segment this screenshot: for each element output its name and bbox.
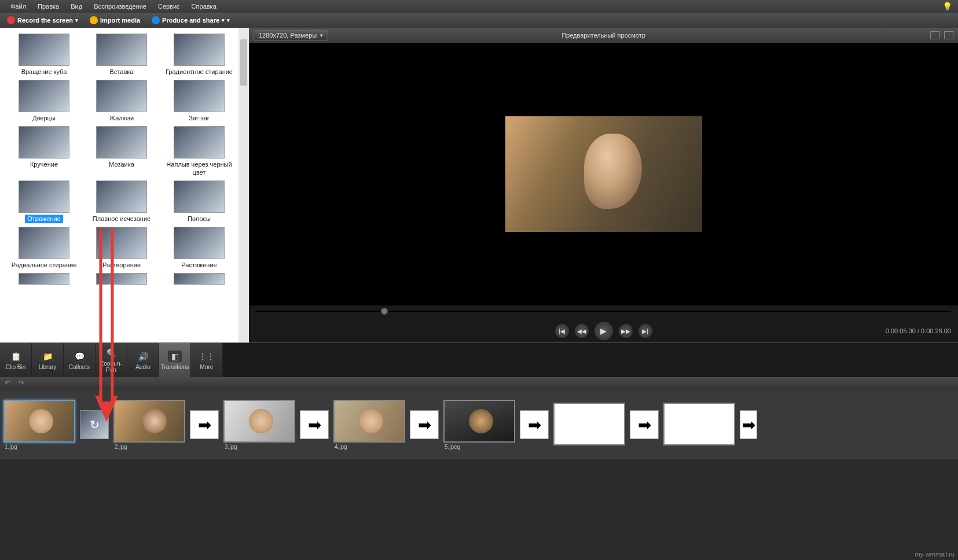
menu-file[interactable]: Файл — [5, 2, 32, 11]
scrollbar[interactable] — [238, 28, 249, 342]
timeline-clip[interactable]: 5.jpeg — [443, 400, 515, 450]
transition-label: Кручение — [28, 160, 60, 169]
import-media-button[interactable]: Import media — [85, 15, 145, 25]
menu-edit[interactable]: Правка — [32, 2, 65, 11]
detach-icon[interactable] — [944, 31, 953, 39]
transition-label: Мозаика — [107, 160, 137, 169]
timeline-clip[interactable]: 3.jpg — [223, 400, 295, 450]
seekbar-handle[interactable] — [381, 308, 388, 315]
preview-toolbar: 1280x720, Размеры ▾ Предварительный прос… — [249, 28, 958, 43]
forward-button[interactable]: ▶▶ — [619, 324, 633, 338]
transition-thumb — [19, 273, 69, 285]
main-toolbar: Record the screen ▾ Import media Produce… — [0, 13, 958, 28]
tool-tab-label: Audio — [135, 364, 151, 370]
folder-icon — [90, 16, 98, 24]
menu-service[interactable]: Сервис — [152, 2, 186, 11]
record-icon — [7, 16, 15, 24]
transition-item[interactable]: Растяжение — [161, 227, 237, 270]
redo-icon[interactable]: ↷ — [19, 379, 28, 388]
transition-item[interactable]: Вставка — [83, 34, 160, 76]
menubar: Файл Правка Вид Воспроизведение Сервис С… — [0, 0, 958, 13]
clip-thumb — [223, 400, 295, 443]
tool-tab-more[interactable]: ⋮⋮More — [191, 343, 223, 377]
play-button[interactable]: ▶ — [594, 322, 613, 340]
resolution-label: 1280x720, Размеры — [259, 32, 317, 39]
clip-bin-icon: 📋 — [9, 351, 23, 362]
fullscreen-icon[interactable] — [930, 31, 939, 39]
transition-slot[interactable]: ➡ — [410, 410, 439, 439]
bulb-icon[interactable]: 💡 — [942, 2, 952, 11]
menu-view[interactable]: Вид — [65, 2, 88, 11]
transition-slot[interactable]: ➡ — [740, 410, 757, 439]
transition-label: Плавное исчезание — [90, 215, 153, 223]
transition-item[interactable] — [83, 273, 160, 285]
transition-item[interactable]: Мозаика — [83, 126, 160, 176]
transition-item[interactable]: Дверцы — [6, 80, 82, 123]
transition-thumb — [19, 34, 69, 66]
menu-playback[interactable]: Воспроизведение — [88, 2, 152, 11]
tool-tab-clip-bin[interactable]: 📋Clip Bin — [0, 343, 32, 377]
transition-item[interactable]: Градиентное стирание — [161, 34, 237, 76]
clip-thumb — [3, 400, 75, 443]
transition-slot[interactable]: ➡ — [630, 410, 659, 439]
total-time: 0:00:28.00 — [921, 327, 951, 334]
preview-seekbar[interactable] — [256, 305, 951, 317]
transition-item[interactable]: Полосы — [161, 180, 237, 223]
transition-label: Вставка — [108, 68, 136, 76]
resolution-dropdown[interactable]: 1280x720, Размеры ▾ — [254, 30, 328, 40]
timeline-clip[interactable]: 2.jpg — [113, 400, 185, 450]
prev-clip-button[interactable]: |◀ — [555, 324, 569, 338]
transition-slot[interactable]: ➡ — [190, 410, 219, 439]
transition-thumb — [19, 180, 69, 213]
transition-item[interactable]: Жалюзи — [83, 80, 160, 123]
timeline: 1.jpg2.jpg➡3.jpg➡4.jpg➡5.jpeg➡➡➡ — [0, 390, 958, 459]
tool-tabs-filler — [223, 343, 958, 377]
transition-item[interactable]: Растворение — [83, 227, 160, 270]
timeline-clip[interactable]: 4.jpg — [333, 400, 405, 450]
undo-icon[interactable]: ↶ — [5, 379, 14, 388]
tool-tab-transitions[interactable]: ◧Transitions — [159, 343, 191, 377]
transition-item[interactable]: Вращение куба — [6, 34, 82, 76]
transition-item[interactable]: Плавное исчезание — [83, 180, 160, 223]
library-icon: 📁 — [41, 351, 54, 362]
transition-slot[interactable]: ➡ — [300, 410, 329, 439]
transition-label: Вращение куба — [19, 68, 69, 76]
transition-slot[interactable]: ➡ — [520, 410, 549, 439]
rewind-button[interactable]: ◀◀ — [575, 324, 589, 338]
zoom-n-pan-icon: 🔍 — [104, 347, 118, 359]
tool-tab-callouts[interactable]: 💬Callouts — [64, 343, 96, 377]
transition-item[interactable]: Кручение — [6, 126, 82, 176]
timeline-clip[interactable]: 1.jpg — [3, 400, 75, 450]
transition-label: Растворение — [100, 261, 143, 270]
timeline-clip[interactable] — [553, 403, 625, 447]
clip-label: 4.jpg — [333, 444, 405, 450]
tool-tabs: 📋Clip Bin📁Library💬Callouts🔍Zoom-n-Pan🔊Au… — [0, 342, 958, 377]
chevron-down-icon: ▾ — [222, 17, 225, 23]
transition-item[interactable] — [6, 273, 82, 285]
transition-thumb — [174, 180, 225, 213]
transition-thumb — [174, 80, 225, 112]
transition-item[interactable]: Наплыв через черный цвет — [161, 126, 237, 176]
menu-help[interactable]: Справка — [186, 2, 222, 11]
transition-item[interactable]: Зиг-заг — [161, 80, 237, 123]
record-screen-button[interactable]: Record the screen ▾ — [2, 15, 83, 25]
clip-thumb — [443, 400, 515, 443]
tool-tab-zoom-n-pan[interactable]: 🔍Zoom-n-Pan — [96, 343, 127, 377]
transition-thumb — [96, 273, 147, 285]
main-area: Вращение кубаВставкаГрадиентное стирание… — [0, 28, 958, 342]
transition-item[interactable]: Радиальное стирание — [6, 227, 82, 270]
tool-tab-label: More — [200, 364, 214, 370]
tool-tab-library[interactable]: 📁Library — [32, 343, 64, 377]
preview-title: Предварительный просмотр — [561, 32, 645, 39]
clip-label: 1.jpg — [3, 444, 75, 450]
transition-slot[interactable] — [80, 410, 109, 439]
transition-item[interactable]: Отражение — [6, 180, 82, 223]
transition-item[interactable] — [161, 273, 237, 285]
preview-image — [505, 116, 702, 232]
transition-thumb — [174, 227, 225, 259]
record-label: Record the screen — [17, 17, 73, 24]
tool-tab-audio[interactable]: 🔊Audio — [127, 343, 159, 377]
produce-share-button[interactable]: Produce and share ▾ ▾ — [147, 15, 234, 25]
timeline-clip[interactable] — [663, 403, 735, 447]
next-clip-button[interactable]: ▶| — [638, 324, 652, 338]
